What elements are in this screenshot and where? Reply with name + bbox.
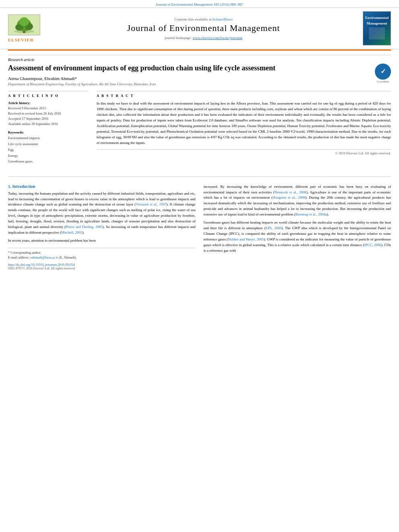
abstract-header: A B S T R A C T (97, 94, 391, 98)
keyword-1: Environmental impacts (8, 135, 88, 141)
doi-line: http://dx.doi.org/10.1016/j.jenvman.2016… (8, 263, 195, 270)
journal-cover-area: Environmental Management (359, 11, 391, 45)
keywords-block: Keywords: Environmental impacts Life cyc… (8, 130, 88, 164)
journal-name: Journal of Environmental Management (56, 23, 351, 33)
body-divider (8, 177, 391, 177)
affiliation: Department of Biosystem Engineering, Fac… (8, 82, 391, 86)
abstract-column: A B S T R A C T In this study we have to… (97, 91, 391, 164)
revised-date: Received in revised form 26 July 2016 (8, 111, 88, 116)
footnote-area: * Corresponding author. E-mail address: … (8, 248, 195, 259)
abstract-text: In this study we have to deal with the a… (97, 101, 391, 146)
journal-homepage: journal homepage: www.elsevier.com/locat… (56, 36, 351, 40)
ref-vitousek[interactable]: Vitousek et al., 1997 (136, 202, 167, 206)
keyword-4: Energy (8, 153, 88, 158)
copyright-line: © 2016 Elsevier Ltd. All rights reserved… (97, 149, 391, 155)
homepage-link[interactable]: www.elsevier.com/locate/jenvman (193, 36, 243, 40)
right-para-2: Greenhouse gases has different heating i… (204, 220, 391, 254)
ref-epa[interactable]: EPA, 2009 (265, 226, 282, 230)
svg-text:✓: ✓ (380, 68, 386, 75)
main-content: Research article Assessment of environme… (0, 51, 399, 173)
body-content: 1. Introduction Today, increasing the hu… (0, 181, 399, 274)
sciencedirect-line: Contents lists available at ScienceDirec… (56, 17, 351, 21)
keyword-5: Greenhouse gases (8, 158, 88, 164)
journal-header: ELSEVIER Contents lists available at Sci… (0, 7, 399, 49)
keyword-3: Egg (8, 147, 88, 152)
ref-peters[interactable]: Peters and Darling, 1985 (66, 225, 103, 229)
email-link[interactable]: eahmadi@basu.ac.ir (30, 255, 58, 259)
crossmark-icon: ✓ (375, 64, 391, 80)
elsevier-tree-logo (8, 14, 40, 35)
body-right: increased. By increasing the knowledge o… (204, 184, 391, 270)
journal-citation: Journal of Environmental Management 183 … (0, 0, 399, 7)
body-left: 1. Introduction Today, increasing the hu… (8, 184, 195, 270)
title-row: Assessment of environment impacts of egg… (8, 64, 391, 73)
authors: Atena Ghasempour, Ebrahim Ahmadi* (8, 76, 391, 81)
intro-para-2: In recent years, attention to environmen… (8, 238, 195, 244)
svg-point-5 (19, 17, 29, 26)
article-type-label: Research article (8, 55, 391, 62)
intro-para-1: Today, increasing the humans population … (8, 191, 195, 236)
ref-mitchell[interactable]: Mitchell, 2003 (61, 230, 82, 234)
keyword-2: Life cycle assessment (8, 141, 88, 147)
article-info-header: A R T I C L E I N F O (8, 94, 88, 98)
article-info-abstract: A R T I C L E I N F O Article history: R… (8, 91, 391, 164)
ref-nemecek[interactable]: Nemecek et al., 2008 (274, 190, 306, 194)
right-para-1: increased. By increasing the knowledge o… (204, 184, 391, 218)
article-info-column: A R T I C L E I N F O Article history: R… (8, 91, 88, 164)
accepted-date: Accepted 17 September 2016 (8, 116, 88, 121)
ref-holden[interactable]: Holden and Høyer, 2005 (228, 237, 264, 241)
available-date: Available online 28 September 2016 (8, 121, 88, 127)
history-label: Article history: (8, 101, 88, 105)
elsevier-wordmark: ELSEVIER (8, 37, 34, 42)
keywords-label: Keywords: (8, 130, 88, 134)
ref-hongmin[interactable]: Hongmin et al., 2008 (273, 195, 305, 199)
corresponding-note: * Corresponding author. (8, 251, 195, 255)
article-history: Article history: Received 9 December 201… (8, 101, 88, 126)
elsevier-logo-area: ELSEVIER (8, 14, 48, 42)
crossmark-label: CrossMark (376, 80, 389, 83)
ref-ipcc[interactable]: IPCC, 2006 (364, 243, 381, 247)
journal-title-area: Contents lists available at ScienceDirec… (48, 17, 359, 40)
email-note: E-mail address: eahmadi@basu.ac.ir (E. A… (8, 255, 195, 259)
sciencedirect-link[interactable]: ScienceDirect (212, 17, 232, 21)
paper-title: Assessment of environment impacts of egg… (8, 64, 391, 73)
intro-section-title: 1. Introduction (8, 184, 195, 189)
crossmark-area: ✓ CrossMark (375, 64, 391, 83)
journal-cover-image: Environmental Management (363, 11, 391, 45)
received-date: Received 9 December 2015 (8, 106, 88, 111)
ref-brentrup[interactable]: Brentrup et al., 2004a (295, 212, 327, 216)
